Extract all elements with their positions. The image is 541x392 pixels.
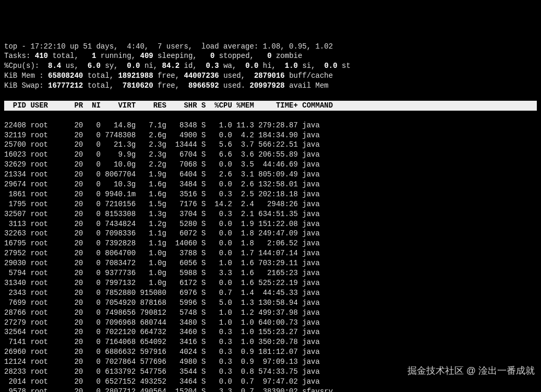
process-row: 16023 root 20 0 9.9g 2.3g 6704 S 6.6 3.6… xyxy=(4,150,537,160)
process-row: 32507 root 20 0 8153308 1.3g 3704 S 0.3 … xyxy=(4,209,537,219)
process-row: 1861 root 20 0 9940.1m 1.6g 3516 S 0.3 2… xyxy=(4,189,537,199)
process-row: 27279 root 20 0 7096968 680744 3480 S 1.… xyxy=(4,318,537,328)
process-row: 3113 root 20 0 7434824 1.2g 5280 S 0.0 1… xyxy=(4,219,537,229)
top-summary: top - 17:22:10 up 51 days, 4:40, 7 users… xyxy=(4,42,537,91)
process-row: 29674 root 20 0 10.3g 1.6g 3484 S 0.0 2.… xyxy=(4,180,537,189)
process-row: 2343 root 20 0 7852880 915080 6976 S 0.7… xyxy=(4,288,537,298)
process-row: 25700 root 20 0 21.3g 2.3g 13444 S 5.6 3… xyxy=(4,140,537,150)
process-row: 5794 root 20 0 9377736 1.0g 5988 S 3.3 1… xyxy=(4,268,537,278)
process-row: 1795 root 20 0 7210156 1.5g 7176 S 14.2 … xyxy=(4,199,537,209)
process-row: 27952 root 20 0 8064700 1.0g 3788 S 0.0 … xyxy=(4,248,537,258)
process-row: 7699 root 20 0 7054920 878168 5996 S 5.0… xyxy=(4,298,537,308)
watermark-text: 掘金技术社区 @ 淦出一番成就 xyxy=(407,364,535,377)
process-row: 31340 root 20 0 7997132 1.0g 6172 S 0.0 … xyxy=(4,278,537,288)
process-row: 21334 root 20 0 8067704 1.9g 6404 S 2.6 … xyxy=(4,170,537,180)
process-row: 7141 root 20 0 7164068 654092 3416 S 0.3… xyxy=(4,337,537,347)
column-header: PID USER PR NI VIRT RES SHR S %CPU %MEM … xyxy=(4,101,537,111)
process-row: 32119 root 20 0 7748308 2.6g 4900 S 0.0 … xyxy=(4,130,537,140)
process-row: 32263 root 20 0 7098336 1.1g 6072 S 0.0 … xyxy=(4,229,537,239)
process-row: 28766 root 20 0 7498656 790812 5748 S 1.… xyxy=(4,308,537,318)
process-list: 22408 root 20 0 14.8g 7.1g 8348 S 1.0 11… xyxy=(4,121,537,392)
process-row: 32564 root 20 0 7022120 664732 3460 S 0.… xyxy=(4,327,537,337)
process-row: 32629 root 20 0 10.0g 2.2g 7068 S 0.0 3.… xyxy=(4,160,537,170)
process-row: 26960 root 20 0 6886632 597916 4024 S 0.… xyxy=(4,347,537,357)
process-row: 9578 root 20 0 2807712 490564 15204 S 3.… xyxy=(4,387,537,392)
process-row: 2014 root 20 0 6527152 493252 3464 S 0.0… xyxy=(4,377,537,387)
process-row: 29030 root 20 0 7083472 1.0g 6056 S 1.0 … xyxy=(4,258,537,268)
process-row: 22408 root 20 0 14.8g 7.1g 8348 S 1.0 11… xyxy=(4,121,537,130)
process-row: 16795 root 20 0 7392828 1.1g 14060 S 0.0… xyxy=(4,239,537,248)
